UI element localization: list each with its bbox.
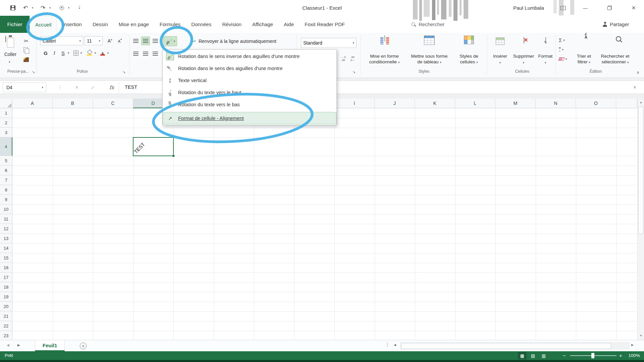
row-header-9[interactable]: 9 [0,195,12,204]
expand-formula-bar-button[interactable] [633,82,636,92]
fill-handle[interactable] [172,155,175,157]
column-header-N[interactable]: N [536,99,576,108]
row-header-19[interactable]: 19 [0,292,12,302]
column-header-M[interactable]: M [495,99,536,108]
insert-cells-button[interactable]: Insérer [490,33,511,68]
row-header-4[interactable]: 4 [0,137,12,156]
fill-button[interactable] [559,46,564,54]
row-header-22[interactable]: 22 [0,321,12,331]
format-painter-button[interactable] [22,56,30,64]
align-left-button[interactable] [131,49,140,58]
column-header-O[interactable]: O [576,99,616,108]
row-header-13[interactable]: 13 [0,234,12,243]
scroll-down-icon[interactable]: ▼ [638,333,644,339]
normal-view-button[interactable] [518,352,527,359]
menu-item[interactable]: Rotation du texte vers le bas [163,99,336,111]
row-header-11[interactable]: 11 [0,214,12,224]
autosum-button[interactable] [559,36,565,44]
user-name[interactable]: Paul Lumbala [508,0,549,16]
minimize-button[interactable] [580,0,591,16]
zoom-slider-thumb[interactable] [591,353,594,358]
new-sheet-button[interactable] [80,343,87,349]
ribbon-tab-foxit-reader-pdf[interactable]: Foxit Reader PDF [299,16,350,33]
number-dialog-launcher[interactable] [352,70,356,74]
number-format-combo[interactable]: Standard [301,38,357,48]
row-header-7[interactable]: 7 [0,175,12,185]
row-header-23[interactable]: 23 [0,331,12,340]
menu-item[interactable]: Rotation du texte vers le haut [163,86,336,99]
copy-button[interactable] [22,46,30,54]
vertical-scroll-thumb[interactable] [638,107,643,234]
row-header-10[interactable]: 10 [0,204,12,214]
column-header-L[interactable]: L [455,99,495,108]
italic-button[interactable]: I [50,48,58,58]
column-header-J[interactable]: J [375,99,415,108]
row-header-21[interactable]: 21 [0,311,12,321]
ribbon-tab-dessin[interactable]: Dessin [87,16,113,33]
format-as-table-button[interactable]: Mettre sous forme de tableau [407,33,451,68]
row-header-5[interactable]: 5 [0,156,12,166]
orientation-button[interactable] [163,36,177,46]
formula-content[interactable]: TEST [125,82,137,92]
select-all-corner[interactable] [0,99,12,108]
column-header-A[interactable]: A [12,99,53,108]
cell-styles-button[interactable]: Styles de cellules [452,33,486,68]
sheet-tab-feuil1[interactable]: Feuil1 [35,340,65,351]
delete-cells-button[interactable]: Supprimer [512,33,535,68]
next-sheet-button[interactable]: ▶ [17,343,20,347]
row-header-20[interactable]: 20 [0,302,12,311]
vertical-scrollbar[interactable]: ▲ ▼ [637,99,644,340]
confirm-entry-button[interactable] [88,82,98,92]
clear-button[interactable] [559,55,567,63]
restore-button[interactable] [604,0,615,16]
selected-cell-D4[interactable]: TEST [133,137,174,156]
row-header-15[interactable]: 15 [0,253,12,263]
row-header-17[interactable]: 17 [0,273,12,282]
font-color-button[interactable] [99,50,106,56]
font-size-combo[interactable]: 11 [85,36,103,45]
paste-dropdown[interactable] [9,58,10,64]
menu-item[interactable]: Rotation dans le sens des aiguilles d'un… [163,62,336,74]
row-header-3[interactable]: 3 [0,128,12,137]
ribbon-tab-affichage[interactable]: Affichage [247,16,278,33]
conditional-formatting-button[interactable]: Mise en forme conditionnelle [362,33,407,68]
format-cells-button[interactable]: Format [536,33,555,68]
row-header-1[interactable]: 1 [0,108,12,118]
wrap-text-button[interactable] [190,38,197,45]
column-header-I[interactable]: I [334,99,375,108]
name-box[interactable]: D4 [3,82,46,92]
wrap-text-label[interactable]: Renvoyer à la ligne automatiquement [199,37,276,46]
zoom-out-button[interactable]: − [563,351,566,360]
align-bottom-button[interactable] [151,37,160,45]
tab-fichier[interactable]: Fichier [0,16,30,33]
row-header-16[interactable]: 16 [0,263,12,273]
find-select-button[interactable]: Rechercher et sélectionner [598,33,633,68]
menu-item[interactable]: Texte vertical [163,74,336,86]
paste-button[interactable] [5,36,6,42]
align-center-button[interactable] [141,49,150,58]
page-break-view-button[interactable] [539,352,548,359]
fill-color-dropdown[interactable] [93,50,97,56]
align-middle-button[interactable] [141,37,150,45]
ribbon-tab-r-vision[interactable]: Révision [217,16,247,33]
sort-filter-button[interactable]: Trier et filtrer [572,33,596,68]
row-header-2[interactable]: 2 [0,118,12,128]
row-header-14[interactable]: 14 [0,243,12,253]
decrease-decimal-button[interactable] [348,54,357,64]
zoom-in-button[interactable]: + [619,351,622,360]
menu-item[interactable]: Rotation dans le sens inverse des aiguil… [163,50,336,62]
horizontal-scroll-thumb[interactable] [401,343,611,349]
font-family-combo[interactable]: Calibri [40,36,83,45]
increase-decimal-button[interactable] [339,54,347,64]
column-header-K[interactable]: K [415,99,455,108]
previous-sheet-button[interactable]: ◀ [7,343,9,347]
cancel-entry-button[interactable] [72,82,82,92]
column-header-C[interactable]: C [93,99,133,108]
cut-button[interactable] [22,37,30,45]
ribbon-tab-mise-en-page[interactable]: Mise en page [113,16,154,33]
borders-dropdown[interactable] [79,50,83,56]
align-right-button[interactable] [151,49,160,58]
ribbon-tab-aide[interactable]: Aide [278,16,299,33]
column-header-B[interactable]: B [53,99,93,108]
collapse-ribbon-button[interactable] [635,69,641,75]
